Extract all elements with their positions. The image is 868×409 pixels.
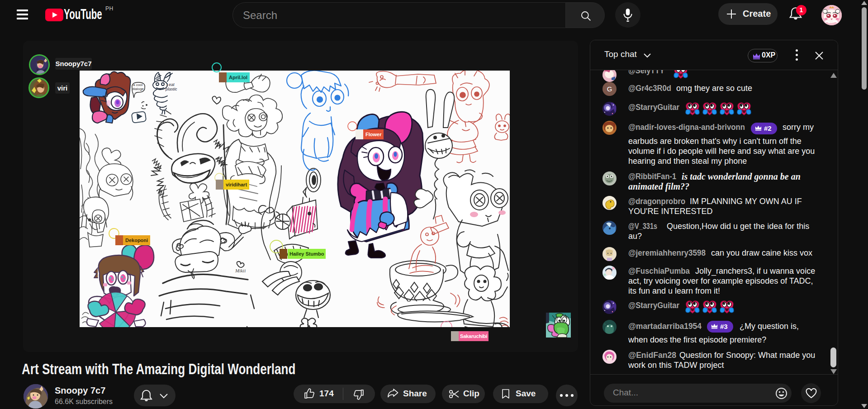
svg-text:G: G bbox=[607, 85, 612, 93]
svg-text:I eat: I eat bbox=[166, 82, 175, 87]
svg-text:a cool: a cool bbox=[133, 83, 143, 87]
svg-text:plastic: plastic bbox=[165, 87, 177, 91]
svg-text:Mikii: Mikii bbox=[235, 268, 246, 273]
svg-text:dialoge: dialoge bbox=[132, 87, 144, 91]
